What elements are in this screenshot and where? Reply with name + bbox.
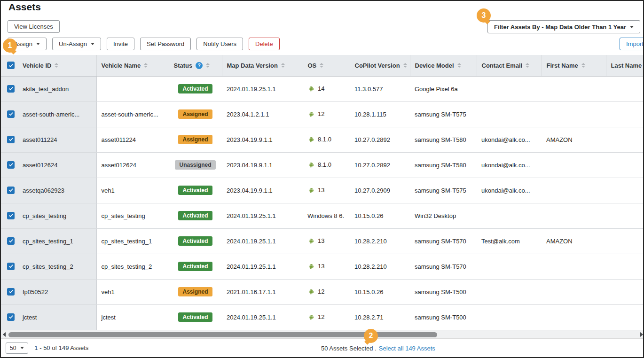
row-checkbox[interactable]: [7, 237, 15, 245]
os-cell: 13: [303, 228, 350, 254]
page-size-select[interactable]: 50: [6, 342, 28, 354]
delete-button[interactable]: Delete: [249, 38, 280, 50]
os-label: 8.1.0: [318, 136, 331, 143]
column-header-os[interactable]: OS: [303, 55, 350, 76]
contact-email-cell: ukondai@alk.co...: [477, 127, 542, 152]
map-data-version-cell: 2023.04.19.9.1.1: [222, 127, 303, 152]
column-header-vehicle_name[interactable]: Vehicle Name: [96, 55, 169, 76]
device-model-cell: samsung SM-T500: [410, 279, 477, 304]
android-icon: [307, 187, 315, 193]
os-cell: 13: [303, 254, 350, 279]
contact-email-cell: [477, 203, 542, 228]
vehicle-id-cell: cp_sites_testing_1: [21, 228, 96, 254]
column-header-map_data_version[interactable]: Map Data Version: [222, 55, 303, 76]
sort-icon[interactable]: [457, 63, 461, 68]
row-checkbox[interactable]: [7, 313, 15, 321]
first-name-cell: [542, 76, 606, 101]
vehicle-id-cell: asset-south-americ...: [21, 101, 96, 127]
scroll-right-icon[interactable]: [640, 332, 643, 337]
android-icon: [307, 263, 315, 269]
row-checkbox[interactable]: [7, 136, 15, 143]
sort-icon[interactable]: [281, 63, 285, 68]
sort-icon[interactable]: [320, 63, 323, 68]
contact-email-cell: [477, 279, 542, 304]
android-icon: [307, 288, 315, 295]
status-badge: Unassigned: [175, 160, 215, 170]
column-label: First Name: [547, 62, 578, 69]
notify-users-button[interactable]: Notify Users: [196, 38, 243, 50]
selected-count-text: 50 Assets Selected .: [321, 344, 377, 351]
sort-icon[interactable]: [403, 63, 407, 68]
sort-icon[interactable]: [55, 63, 58, 68]
status-cell: Unassigned: [169, 152, 222, 178]
filter-assets-button[interactable]: Filter Assets By - Map Data Older Than 1…: [487, 20, 640, 33]
row-checkbox[interactable]: [7, 161, 15, 169]
map-data-version-cell: 2024.01.19.25.1.1: [222, 228, 303, 254]
column-header-vehicle_id[interactable]: Vehicle ID: [21, 55, 96, 76]
sort-icon[interactable]: [206, 63, 210, 68]
footer-bar: 50 1 - 50 of 149 Assets 50 Assets Select…: [1, 339, 644, 357]
row-checkbox-cell: [1, 76, 21, 101]
help-icon[interactable]: ?: [196, 62, 203, 69]
horizontal-scrollbar[interactable]: [1, 330, 644, 339]
table-row: asset011224asset011224Assigned2023.04.19…: [1, 127, 644, 152]
contact-email-cell: Test@alk.com: [477, 228, 542, 254]
column-label: CoPilot Version: [355, 62, 400, 69]
vehicle-name-cell: asset-south-americ...: [96, 101, 169, 127]
status-badge: Assigned: [178, 109, 212, 119]
os-label: 13: [318, 263, 324, 270]
import-button[interactable]: Import: [620, 38, 644, 50]
last-name-cell: [606, 304, 644, 330]
os-cell: 12: [303, 304, 350, 330]
last-name-cell: [606, 203, 644, 228]
status-cell: Assigned: [169, 279, 222, 304]
vehicle-id-cell: assetqa062923: [21, 178, 96, 203]
map-data-version-cell: 2021.01.16.17.1.1: [222, 279, 303, 304]
column-header-contact_email[interactable]: Contact Email: [477, 55, 542, 76]
sort-icon[interactable]: [581, 63, 585, 68]
filter-assets-label: Filter Assets By - Map Data Older Than 1…: [494, 23, 626, 31]
os-cell: 12: [303, 101, 350, 127]
invite-button[interactable]: Invite: [107, 38, 134, 50]
column-label: Vehicle Name: [102, 62, 141, 69]
row-checkbox[interactable]: [7, 110, 15, 118]
map-data-version-cell: 2023.04.1.2.1.1: [222, 101, 303, 127]
vehicle-name-cell: asset011224: [96, 127, 169, 152]
assets-table: Vehicle IDVehicle NameStatus?Map Data Ve…: [1, 55, 644, 330]
copilot-version-cell: 10.15.0.26: [350, 203, 410, 228]
android-icon: [307, 111, 315, 117]
select-all-checkbox[interactable]: [7, 62, 15, 69]
column-header-copilot_version[interactable]: CoPilot Version: [350, 55, 410, 76]
row-checkbox[interactable]: [7, 187, 15, 194]
row-checkbox-cell: [1, 228, 21, 254]
status-badge: Activated: [178, 312, 212, 322]
column-header-status[interactable]: Status?: [169, 55, 222, 76]
vehicle-name-cell: cp_sites_testing_1: [96, 228, 169, 254]
row-checkbox[interactable]: [7, 85, 15, 93]
status-cell: Activated: [169, 76, 222, 101]
unassign-button[interactable]: Un-Assign: [52, 38, 101, 50]
status-badge: Assigned: [178, 135, 212, 144]
row-checkbox[interactable]: [7, 263, 15, 270]
scroll-left-icon[interactable]: [3, 332, 6, 337]
last-name-cell: [606, 76, 644, 101]
sort-icon[interactable]: [144, 63, 148, 68]
os-cell: 12: [303, 279, 350, 304]
table-row: akila_test_addonActivated2024.01.19.25.1…: [1, 76, 644, 101]
row-checkbox[interactable]: [7, 288, 15, 296]
toolbar: Assign Un-Assign Invite Set Password Not…: [8, 38, 280, 50]
copilot-version-cell: 10.28.2.71: [350, 304, 410, 330]
column-label: Map Data Version: [227, 62, 278, 69]
status-cell: Activated: [169, 178, 222, 203]
view-licenses-button[interactable]: View Licenses: [8, 20, 60, 33]
select-all-link[interactable]: Select all 149 Assets: [379, 344, 435, 351]
sort-icon[interactable]: [526, 63, 529, 68]
column-header-device_model[interactable]: Device Model: [410, 55, 477, 76]
row-checkbox[interactable]: [7, 212, 15, 219]
column-header-last_name[interactable]: Last Name: [606, 55, 644, 76]
device-model-cell: samsung SM-T580: [410, 127, 477, 152]
set-password-button[interactable]: Set Password: [140, 38, 191, 50]
column-header-first_name[interactable]: First Name: [542, 55, 606, 76]
vehicle-name-cell: asset012624: [96, 152, 169, 178]
device-model-cell: samsung SM-T500: [410, 304, 477, 330]
